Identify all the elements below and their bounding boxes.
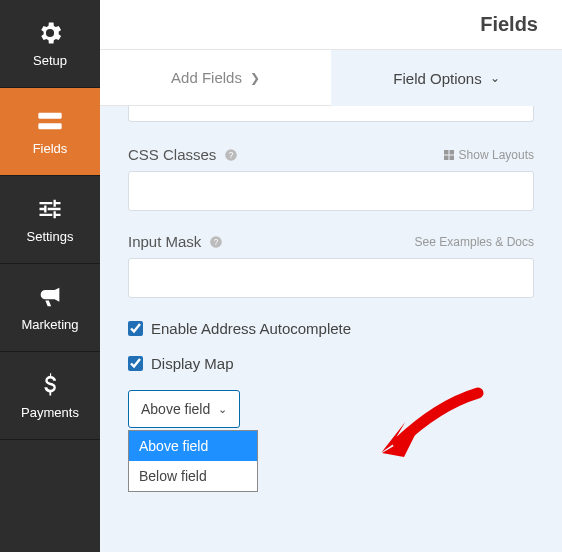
sidebar-item-fields[interactable]: Fields bbox=[0, 88, 100, 176]
bullhorn-icon bbox=[36, 283, 64, 311]
dropdown-option-above[interactable]: Above field bbox=[129, 431, 257, 461]
enable-autocomplete-row[interactable]: Enable Address Autocomplete bbox=[128, 320, 534, 337]
page-header: Fields bbox=[100, 0, 562, 50]
sidebar-item-settings[interactable]: Settings bbox=[0, 176, 100, 264]
help-icon[interactable]: ? bbox=[224, 148, 238, 162]
css-classes-label: CSS Classes bbox=[128, 146, 216, 163]
previous-field-edge bbox=[128, 106, 534, 122]
svg-rect-0 bbox=[38, 113, 61, 119]
examples-label: See Examples & Docs bbox=[415, 235, 534, 249]
tab-label: Add Fields bbox=[171, 69, 242, 86]
chevron-down-icon: ⌄ bbox=[490, 71, 500, 85]
sidebar-item-label: Marketing bbox=[21, 317, 78, 332]
help-icon[interactable]: ? bbox=[209, 235, 223, 249]
svg-rect-4 bbox=[444, 150, 449, 155]
examples-docs-link[interactable]: See Examples & Docs bbox=[415, 235, 534, 249]
tab-field-options[interactable]: Field Options ⌄ bbox=[331, 50, 562, 106]
sidebar-item-marketing[interactable]: Marketing bbox=[0, 264, 100, 352]
display-map-row[interactable]: Display Map bbox=[128, 355, 534, 372]
svg-rect-5 bbox=[449, 150, 454, 155]
tab-add-fields[interactable]: Add Fields ❯ bbox=[100, 50, 331, 106]
grid-icon bbox=[443, 149, 455, 161]
svg-rect-7 bbox=[449, 155, 454, 160]
show-layouts-label: Show Layouts bbox=[459, 148, 534, 162]
map-position-button[interactable]: Above field ⌄ bbox=[128, 390, 240, 428]
display-map-checkbox[interactable] bbox=[128, 356, 143, 371]
sidebar-item-payments[interactable]: Payments bbox=[0, 352, 100, 440]
enable-autocomplete-checkbox[interactable] bbox=[128, 321, 143, 336]
dollar-icon bbox=[36, 371, 64, 399]
css-classes-input[interactable] bbox=[128, 171, 534, 211]
sidebar-item-label: Fields bbox=[33, 141, 68, 156]
sidebar-item-label: Setup bbox=[33, 53, 67, 68]
sidebar: Setup Fields Settings Marketing Payments bbox=[0, 0, 100, 552]
dropdown-option-below[interactable]: Below field bbox=[129, 461, 257, 491]
svg-rect-6 bbox=[444, 155, 449, 160]
input-mask-input[interactable] bbox=[128, 258, 534, 298]
tabs: Add Fields ❯ Field Options ⌄ bbox=[100, 50, 562, 106]
dropdown-list: Above field Below field bbox=[128, 430, 258, 492]
main-panel: Fields Add Fields ❯ Field Options ⌄ CSS … bbox=[100, 0, 562, 552]
enable-autocomplete-label: Enable Address Autocomplete bbox=[151, 320, 351, 337]
dropdown-selected: Above field bbox=[141, 401, 210, 417]
page-title: Fields bbox=[480, 13, 538, 36]
show-layouts-link[interactable]: Show Layouts bbox=[443, 148, 534, 162]
tab-label: Field Options bbox=[393, 70, 481, 87]
sidebar-item-label: Payments bbox=[21, 405, 79, 420]
gear-icon bbox=[36, 19, 64, 47]
content: CSS Classes ? Show Layouts Input Mask ? bbox=[100, 106, 562, 448]
svg-rect-1 bbox=[38, 123, 61, 129]
form-icon bbox=[36, 107, 64, 135]
map-position-dropdown: Above field ⌄ Above field Below field bbox=[128, 390, 240, 428]
display-map-label: Display Map bbox=[151, 355, 234, 372]
svg-text:?: ? bbox=[229, 150, 234, 159]
input-mask-label: Input Mask bbox=[128, 233, 201, 250]
chevron-down-icon: ⌄ bbox=[218, 403, 227, 416]
sidebar-item-setup[interactable]: Setup bbox=[0, 0, 100, 88]
sliders-icon bbox=[36, 195, 64, 223]
chevron-right-icon: ❯ bbox=[250, 71, 260, 85]
svg-text:?: ? bbox=[214, 237, 219, 246]
sidebar-item-label: Settings bbox=[27, 229, 74, 244]
